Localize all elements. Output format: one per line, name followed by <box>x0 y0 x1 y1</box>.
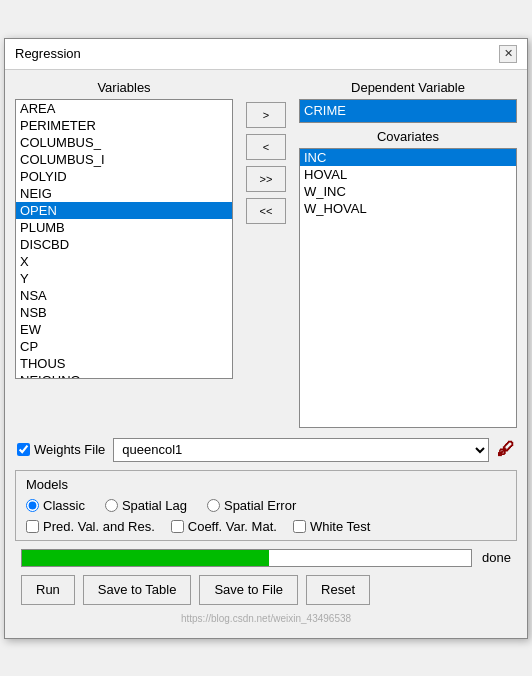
models-radio-row: ClassicSpatial LagSpatial Error <box>26 498 506 513</box>
covariates-header: Covariates <box>299 129 517 144</box>
progress-bar-fill <box>22 550 269 566</box>
variables-list-item[interactable]: NSA <box>16 287 232 304</box>
move-all-left-button[interactable]: << <box>246 198 286 224</box>
model-radio[interactable] <box>207 499 220 512</box>
action-buttons-row: Run Save to Table Save to File Reset <box>15 575 517 611</box>
dependent-header: Dependent Variable <box>299 80 517 95</box>
top-section: Variables AREAPERIMETERCOLUMBUS_COLUMBUS… <box>15 80 517 428</box>
model-checkbox-label[interactable]: Pred. Val. and Res. <box>26 519 155 534</box>
model-checkbox-label[interactable]: White Test <box>293 519 370 534</box>
regression-window: Regression ✕ Variables AREAPERIMETERCOLU… <box>4 38 528 639</box>
weights-checkbox-label[interactable]: Weights File <box>17 442 105 457</box>
progress-row: done <box>15 549 517 567</box>
move-all-right-button[interactable]: >> <box>246 166 286 192</box>
save-to-table-button[interactable]: Save to Table <box>83 575 192 605</box>
move-right-button[interactable]: > <box>246 102 286 128</box>
variables-list-item[interactable]: COLUMBUS_I <box>16 151 232 168</box>
weights-select[interactable]: queencol1queencol2rook1 <box>113 438 489 462</box>
dependent-column: Dependent Variable CRIME Covariates INCH… <box>299 80 517 428</box>
variables-list-item[interactable]: COLUMBUS_ <box>16 134 232 151</box>
window-title: Regression <box>15 46 81 61</box>
variables-list-item[interactable]: X <box>16 253 232 270</box>
variables-list-item[interactable]: PERIMETER <box>16 117 232 134</box>
variables-column: Variables AREAPERIMETERCOLUMBUS_COLUMBUS… <box>15 80 233 428</box>
dependent-variable-value[interactable]: CRIME <box>299 99 517 123</box>
close-button[interactable]: ✕ <box>499 45 517 63</box>
variables-list-item[interactable]: POLYID <box>16 168 232 185</box>
variables-list-item[interactable]: EW <box>16 321 232 338</box>
move-left-button[interactable]: < <box>246 134 286 160</box>
model-checkbox-label[interactable]: Coeff. Var. Mat. <box>171 519 277 534</box>
covariates-list-item[interactable]: W_HOVAL <box>300 200 516 217</box>
variables-list-item[interactable]: THOUS <box>16 355 232 372</box>
model-checkbox[interactable] <box>293 520 306 533</box>
model-radio-label[interactable]: Spatial Lag <box>105 498 187 513</box>
variables-list-item[interactable]: PLUMB <box>16 219 232 236</box>
arrow-buttons-column: > < >> << <box>241 80 291 428</box>
models-checkbox-row: Pred. Val. and Res.Coeff. Var. Mat.White… <box>26 519 506 534</box>
reset-button[interactable]: Reset <box>306 575 370 605</box>
title-bar: Regression ✕ <box>5 39 527 70</box>
covariates-listbox[interactable]: INCHOVALW_INCW_HOVAL <box>299 148 517 428</box>
progress-bar-container <box>21 549 472 567</box>
variables-list-item[interactable]: Y <box>16 270 232 287</box>
model-radio[interactable] <box>105 499 118 512</box>
model-radio-label[interactable]: Classic <box>26 498 85 513</box>
models-title: Models <box>26 477 506 492</box>
weights-row: Weights File queencol1queencol2rook1 🖋 <box>15 438 517 462</box>
weights-checkbox[interactable] <box>17 443 30 456</box>
covariates-list-item[interactable]: W_INC <box>300 183 516 200</box>
model-checkbox[interactable] <box>171 520 184 533</box>
save-to-file-button[interactable]: Save to File <box>199 575 298 605</box>
run-button[interactable]: Run <box>21 575 75 605</box>
watermark: https://blog.csdn.net/weixin_43496538 <box>15 611 517 628</box>
variables-list-item[interactable]: NSB <box>16 304 232 321</box>
variables-list-item[interactable]: DISCBD <box>16 236 232 253</box>
variables-list-item[interactable]: AREA <box>16 100 232 117</box>
variables-list-item[interactable]: NEIG <box>16 185 232 202</box>
variables-list-item[interactable]: OPEN <box>16 202 232 219</box>
model-radio-label[interactable]: Spatial Error <box>207 498 296 513</box>
model-radio[interactable] <box>26 499 39 512</box>
main-content: Variables AREAPERIMETERCOLUMBUS_COLUMBUS… <box>5 70 527 638</box>
models-section: Models ClassicSpatial LagSpatial Error P… <box>15 470 517 541</box>
variables-list-item[interactable]: NEIGHNO <box>16 372 232 379</box>
progress-status: done <box>482 550 511 565</box>
variables-listbox[interactable]: AREAPERIMETERCOLUMBUS_COLUMBUS_IPOLYIDNE… <box>15 99 233 379</box>
variables-header: Variables <box>15 80 233 95</box>
covariates-list-item[interactable]: HOVAL <box>300 166 516 183</box>
variables-list-item[interactable]: CP <box>16 338 232 355</box>
cursor-icon: 🖋 <box>497 439 515 460</box>
covariates-list-item[interactable]: INC <box>300 149 516 166</box>
model-checkbox[interactable] <box>26 520 39 533</box>
